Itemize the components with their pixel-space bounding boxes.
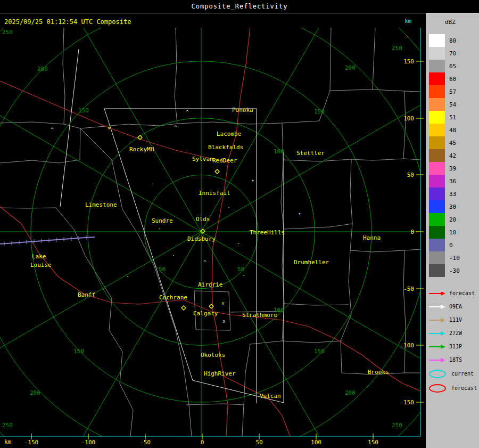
colorbar-swatch (429, 60, 445, 72)
colorbar-entry: 51 (429, 111, 479, 124)
range-ring (0, 4, 428, 448)
colorbar-entry: 30 (429, 200, 479, 213)
colorbar-value: 54 (449, 101, 456, 108)
colorbar-swatch (429, 200, 445, 213)
town-marker: . (237, 240, 240, 245)
town-marker: . (158, 225, 161, 230)
town-marker: . (151, 180, 154, 185)
county-boundary-line (351, 159, 420, 160)
colorbar-value: 30 (449, 203, 456, 210)
colorbar-entry: 48 (429, 124, 479, 136)
right-axis-tick-label: 150 (403, 58, 414, 65)
radar-site-marker (215, 169, 219, 174)
bottom-axis-tick-label: 0 (201, 439, 204, 446)
colorbar: 807065605754514845423936333020100-10-30 (426, 34, 479, 277)
colorbar-value: 33 (449, 191, 456, 198)
radar-site-marker (181, 306, 186, 310)
track-legend: forecast09EA111V27ZW31JP18TScurrentforec… (426, 287, 479, 395)
azimuth-spoke (42, 0, 201, 232)
town-marker: + (298, 211, 301, 216)
right-axis-tick-label: -150 (400, 399, 415, 406)
town-marker: ^ (186, 109, 189, 115)
colorbar-swatch (429, 136, 445, 149)
colorbar-entry: 80 (429, 34, 479, 47)
precip-echo-line (0, 237, 95, 244)
county-boundary-line (283, 159, 420, 252)
city-label: RedDeer (212, 157, 237, 164)
timestamp-product-label: 2025/09/25 01:12:54 UTC Composite (4, 18, 131, 26)
county-boundary-line (330, 28, 375, 91)
colorbar-entry: 36 (429, 175, 479, 188)
colorbar-entry: 0 (429, 239, 479, 251)
colorbar-value: 0 (449, 242, 453, 249)
colorbar-swatch (429, 34, 445, 47)
colorbar-swatch (429, 264, 445, 277)
range-ring-label: 100 (274, 148, 284, 155)
county-boundary-line (403, 91, 406, 159)
range-ring-label: 200 (345, 389, 356, 396)
forecast-ellipse-icon (428, 384, 448, 393)
colorbar-swatch (429, 124, 445, 136)
range-ring-label: 50 (159, 266, 166, 273)
city-label: Stettler (296, 150, 325, 157)
city-label: Drumheller (294, 259, 329, 266)
radar-display[interactable]: ^^^.*+.^.x....vv250200150250200150100501… (0, 0, 479, 448)
colorbar-swatch (429, 98, 445, 111)
track-legend-item: 111V (428, 313, 479, 327)
colorbar-value: 36 (449, 178, 456, 185)
bottom-axis-tick-label: 100 (311, 439, 321, 446)
colorbar-title: dBZ (426, 13, 479, 26)
track-arrow-icon (428, 357, 446, 363)
city-label: Olds (196, 216, 210, 223)
range-ring-label: 200 (37, 66, 48, 72)
radar-map-layer: ^^^.*+.^.x....vv250200150250200150100501… (0, 0, 479, 448)
county-boundary-line (80, 28, 177, 128)
right-axis-tick-label: 50 (407, 172, 414, 178)
colorbar-swatch (429, 111, 445, 124)
colorbar-entry: 10 (429, 226, 479, 239)
colorbar-entry: 45 (429, 136, 479, 149)
city-label: Innisfail (199, 190, 230, 197)
range-ring-label: 150 (314, 108, 325, 115)
colorbar-value: 57 (449, 88, 456, 95)
track-legend-item: 31JP (428, 340, 479, 353)
city-label: Sundre (152, 217, 173, 224)
range-ring-label: 200 (30, 389, 40, 396)
azimuth-spoke (201, 0, 361, 232)
city-label: Okotoks (201, 352, 225, 359)
county-boundary-line (63, 28, 65, 124)
colorbar-value: 80 (449, 37, 456, 44)
ellipse-label: current (451, 371, 474, 377)
colorbar-swatch (429, 213, 445, 226)
window-title: Composite_Reflectivity (192, 3, 288, 10)
colorbar-entry: 70 (429, 47, 479, 60)
town-marker: . (227, 203, 230, 209)
city-label: Blackfalds (208, 144, 243, 151)
county-boundary-line (284, 304, 349, 305)
highway-line (0, 207, 420, 391)
right-axis-tick-label: -50 (403, 286, 414, 292)
colorbar-swatch (429, 188, 445, 200)
colorbar-swatch (429, 226, 445, 239)
colorbar-swatch (429, 239, 445, 251)
colorbar-entry: 65 (429, 60, 479, 72)
azimuth-spoke (42, 232, 201, 448)
city-label: RockyMH (129, 146, 154, 153)
colorbar-value: 45 (449, 140, 456, 146)
track-arrow-icon (428, 317, 446, 323)
range-ring-label: 50 (237, 266, 244, 273)
city-label: Lacombe (217, 131, 241, 137)
colorbar-value: 39 (449, 165, 456, 172)
colorbar-value: 10 (449, 229, 456, 236)
track-arrow-icon (428, 344, 446, 350)
city-label: Calgary (193, 310, 218, 317)
town-marker: ^ (203, 259, 207, 265)
track-legend-item: forecast (428, 287, 479, 300)
bottom-axis-unit: km (4, 438, 11, 445)
county-boundary-line (186, 404, 244, 405)
county-boundary-line (282, 341, 342, 343)
colorbar-swatch (429, 85, 445, 98)
bottom-axis-tick-label: -150 (24, 439, 39, 446)
colorbar-value: -30 (449, 267, 460, 274)
town-marker: v (221, 300, 224, 306)
